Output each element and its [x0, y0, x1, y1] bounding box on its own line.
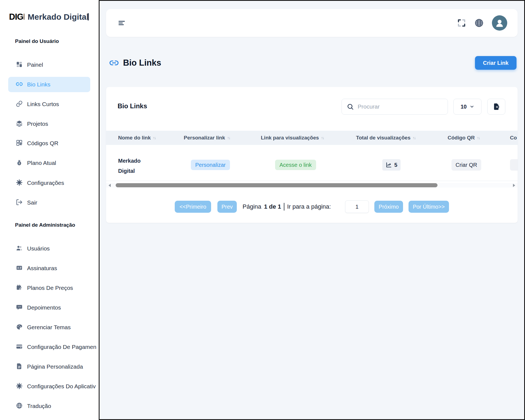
export-icon: [492, 103, 500, 110]
sidebar-scrollbar-thumb[interactable]: [88, 13, 89, 21]
search-icon: [347, 103, 354, 110]
table-header-row: Nome do link↑↓ Personalizar link↑↓ Link …: [106, 131, 518, 145]
logout-icon: [16, 199, 23, 207]
brand[interactable]: DIGI Merkado Digital: [9, 10, 89, 24]
search-input[interactable]: [358, 103, 443, 110]
create-link-button[interactable]: Criar Link: [475, 56, 517, 70]
column-header-personalizar-link[interactable]: Personalizar link↑↓: [184, 131, 230, 145]
scroll-right-arrow[interactable]: [513, 184, 515, 187]
sort-icon: ↑↓: [477, 136, 480, 140]
sidebar-item-planos-de-precos[interactable]: Planos De Preços: [16, 282, 99, 294]
column-header-codigo-qr[interactable]: Código QR↑↓: [448, 131, 480, 145]
custom-page-icon: [16, 363, 23, 371]
column-header-link-visualizacoes[interactable]: Link para visualizações↑↓: [261, 131, 324, 145]
sidebar-item-traducao[interactable]: Tradução: [16, 400, 99, 412]
export-button[interactable]: [487, 99, 505, 115]
sidebar-item-configuracoes[interactable]: Configurações: [16, 177, 99, 189]
brand-name: Merkado Digital: [28, 12, 89, 22]
app-window: DIGI Merkado Digital Painel do Usuário P…: [0, 0, 525, 420]
palette-icon: [16, 323, 23, 331]
main-content: Bio Links Criar Link Bio Links 10 Nome d…: [99, 0, 525, 420]
scroll-left-arrow[interactable]: [109, 184, 111, 187]
views-count: 5: [394, 162, 397, 168]
separator: [284, 203, 284, 211]
row-divider: [106, 181, 518, 181]
sidebar-item-configuracao-pagamento[interactable]: Configuração De Pagamen: [16, 341, 99, 353]
goto-label: Ir para a página:: [287, 203, 331, 210]
sidebar-item-assinaturas[interactable]: Assinaturas: [16, 262, 99, 274]
views-count-pill[interactable]: 5: [382, 159, 401, 171]
sort-icon: ↑↓: [227, 136, 230, 140]
globe-icon: [16, 402, 23, 410]
link-name-cell: Merkado Digital: [118, 156, 151, 176]
sidebar: DIGI Merkado Digital Painel do Usuário P…: [0, 0, 99, 420]
sidebar-item-bio-links[interactable]: Bio Links: [16, 78, 99, 91]
personalize-badge[interactable]: Personalizar: [191, 160, 230, 170]
qr-code-icon: [16, 139, 23, 147]
first-page-button[interactable]: <<Primeiro: [175, 201, 211, 213]
short-link-icon: [16, 100, 23, 108]
copy-button-partial[interactable]: [510, 159, 518, 171]
chart-icon: [386, 162, 392, 168]
layers-icon: [16, 120, 23, 128]
money-bag-icon: [16, 159, 23, 167]
card-title: Bio Links: [118, 102, 147, 110]
sidebar-section-admin: Painel de Administração: [15, 222, 75, 228]
visit-link-badge[interactable]: Acesse o link: [275, 160, 316, 170]
column-header-nome-do-link[interactable]: Nome do link↑↓: [118, 131, 156, 145]
sidebar-item-pagina-personalizada[interactable]: Página Personalizada: [16, 361, 99, 373]
language-globe-icon[interactable]: [474, 18, 484, 28]
sort-icon: ↑↓: [153, 136, 156, 140]
sidebar-item-plano-atual[interactable]: Plano Atual: [16, 157, 99, 169]
dashboard-icon: [16, 61, 23, 69]
pricing-plans-icon: [16, 284, 23, 292]
sort-icon: ↑↓: [321, 136, 324, 140]
page-info-text: Página 1 de 1 Ir para a página:: [243, 201, 331, 213]
prev-page-button[interactable]: Prev: [217, 201, 237, 213]
create-qr-button[interactable]: Criar QR: [451, 159, 481, 171]
sidebar-item-sair[interactable]: Sair: [16, 197, 99, 209]
goto-page-input[interactable]: [345, 200, 369, 213]
sidebar-item-depoimentos[interactable]: Depoimentos: [16, 302, 99, 314]
sidebar-item-configuracoes-aplicativo[interactable]: Configurações Do Aplicativ: [16, 380, 99, 392]
sidebar-item-gerenciar-temas[interactable]: Gerenciar Temas: [16, 321, 99, 333]
page-title: Bio Links: [123, 58, 161, 68]
column-header-total-visualizacoes[interactable]: Total de visualizações↑↓: [356, 131, 415, 145]
user-avatar[interactable]: [492, 15, 507, 31]
user-icon: [494, 18, 505, 28]
page-word: Página: [243, 203, 261, 210]
payment-config-icon: [16, 343, 23, 351]
menu-toggle-icon[interactable]: [118, 19, 126, 27]
bio-links-card: Bio Links 10 Nome do link↑↓ Personalizar…: [106, 87, 518, 223]
brand-logo: DIGI: [9, 12, 24, 22]
pagination: <<Primeiro Prev Página 1 de 1 Ir para a …: [106, 201, 518, 213]
sidebar-item-links-curtos[interactable]: Links Curtos: [16, 98, 99, 110]
next-page-button[interactable]: Próximo: [374, 201, 403, 213]
page-size-value: 10: [460, 104, 466, 110]
bio-link-icon: [16, 81, 23, 89]
bio-link-icon: [109, 58, 119, 68]
page-info: 1 de 1: [264, 203, 281, 210]
horizontal-scrollbar: [106, 183, 518, 188]
gear-icon: [16, 179, 23, 187]
users-icon: [16, 245, 23, 253]
sidebar-item-codigos-qr[interactable]: Códigos QR: [16, 137, 99, 149]
sort-icon: ↑↓: [413, 136, 415, 140]
app-settings-icon: [16, 383, 23, 390]
last-page-button[interactable]: Por Último>>: [409, 201, 449, 213]
column-header-copiar-clipped[interactable]: Co: [510, 131, 517, 145]
sidebar-item-painel[interactable]: Painel: [16, 59, 99, 71]
testimonials-icon: [16, 304, 23, 312]
scrollbar-thumb[interactable]: [116, 183, 438, 187]
topbar: [106, 9, 518, 37]
sidebar-item-projetos[interactable]: Projetos: [16, 118, 99, 130]
sidebar-section-user: Painel do Usuário: [15, 38, 59, 44]
search-box: [342, 99, 448, 115]
sidebar-item-usuarios[interactable]: Usuários: [16, 243, 99, 255]
page-header: Bio Links Criar Link: [106, 54, 518, 71]
page-size-select[interactable]: 10: [453, 99, 482, 115]
fullscreen-icon[interactable]: [457, 18, 466, 28]
id-card-icon: [16, 264, 23, 272]
chevron-down-icon: [469, 104, 474, 109]
